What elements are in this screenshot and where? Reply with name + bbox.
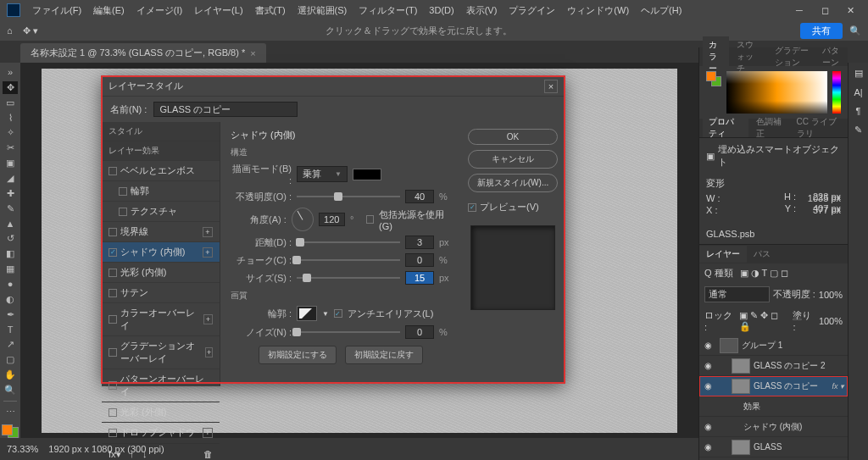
eyedrop-tool[interactable]: ◢ (3, 172, 18, 185)
layer-row[interactable]: ◉GLASS (699, 437, 848, 457)
style-checkbox[interactable] (108, 429, 117, 437)
distance-slider[interactable] (297, 237, 400, 247)
style-checkbox[interactable] (119, 208, 127, 216)
blur-tool[interactable]: ● (3, 278, 18, 291)
add-style-icon[interactable]: + (203, 247, 213, 258)
wand-tool[interactable]: ✧ (3, 126, 18, 139)
menu-layer[interactable]: レイヤー(L) (189, 3, 248, 19)
size-slider[interactable] (297, 273, 400, 283)
add-style-icon[interactable]: + (205, 347, 213, 357)
opacity-field[interactable]: 40 (405, 190, 434, 203)
ok-button[interactable]: OK (468, 129, 558, 145)
style-item[interactable]: グラデーションオーバーレイ+ (102, 336, 220, 369)
dialog-titlebar[interactable]: レイヤースタイル × (102, 76, 565, 97)
style-item[interactable]: 光彩 (内側) (102, 263, 220, 283)
history-panel-icon[interactable]: ▤ (854, 68, 863, 79)
hand-tool[interactable]: ✋ (3, 369, 18, 381)
choke-slider[interactable] (297, 255, 400, 265)
char-panel-icon[interactable]: A| (854, 87, 862, 97)
opacity-val[interactable]: 100% (819, 290, 843, 300)
opacity-slider[interactable] (297, 191, 400, 202)
style-checkbox[interactable] (108, 289, 117, 297)
share-button[interactable]: 共有 (800, 23, 843, 39)
styles-header[interactable]: スタイル (102, 122, 220, 141)
layer-row[interactable]: ◉GLASS のコピー 2 (699, 356, 848, 376)
global-light-check[interactable] (366, 215, 374, 224)
layer-row[interactable]: 効果 (699, 396, 848, 417)
style-checkbox[interactable] (108, 381, 117, 390)
style-checkbox[interactable] (108, 408, 117, 417)
window-minimize[interactable]: ─ (788, 3, 810, 18)
style-item[interactable]: サテン (102, 283, 220, 303)
trash-icon[interactable]: 🗑 (203, 449, 213, 460)
style-item[interactable]: 光彩 (外側) (102, 402, 220, 423)
menu-plugin[interactable]: プラグイン (504, 3, 560, 19)
cancel-button[interactable]: キャンセル (468, 150, 558, 169)
fx-header[interactable]: レイヤー効果 (102, 141, 220, 161)
choke-field[interactable]: 0 (405, 253, 434, 267)
style-item[interactable]: ドロップシャドウ+ (102, 423, 220, 443)
layer-filter[interactable]: Q 種類 (704, 267, 733, 280)
style-checkbox[interactable] (108, 315, 117, 324)
crop-tool[interactable]: ✂ (3, 141, 18, 154)
document-tab[interactable]: 名称未設定 1 @ 73.3% (GLASS のコピー, RGB/8) * × (20, 43, 266, 63)
brush-tool[interactable]: ✎ (3, 202, 18, 215)
fx-menu-icon[interactable]: fx▾ (108, 449, 121, 460)
style-checkbox[interactable] (108, 248, 117, 257)
blend-dropdown[interactable]: 乗算▼ (297, 166, 348, 182)
pen-tool[interactable]: ✒ (3, 308, 18, 321)
hue-strip[interactable] (832, 71, 841, 114)
shadow-color[interactable] (353, 169, 381, 180)
window-restore[interactable]: ◻ (814, 3, 836, 18)
add-style-icon[interactable]: + (203, 314, 213, 324)
style-item[interactable]: パターンオーバーレイ (102, 369, 220, 402)
preview-check[interactable] (468, 203, 476, 212)
heal-tool[interactable]: ✚ (3, 187, 18, 200)
style-checkbox[interactable] (108, 167, 117, 175)
marquee-tool[interactable]: ▭ (3, 97, 18, 109)
style-item[interactable]: カラーオーバーレイ+ (102, 303, 220, 336)
style-item[interactable]: シャドウ (内側)+ (102, 242, 220, 263)
fx-up-icon[interactable]: ↑ (130, 449, 135, 460)
status-zoom[interactable]: 73.33% (7, 444, 38, 454)
new-style-button[interactable]: 新規スタイル(W)... (468, 174, 558, 192)
layer-row[interactable]: ◉シャドウ (内側) (699, 417, 848, 437)
layer-row[interactable]: ◉GLASS のコピーfx ▾ (699, 376, 848, 396)
noise-field[interactable]: 0 (405, 325, 434, 339)
menu-view[interactable]: 表示(V) (461, 3, 503, 19)
stamp-tool[interactable]: ▲ (3, 218, 18, 230)
menu-edit[interactable]: 編集(E) (88, 3, 130, 19)
fx-down-icon[interactable]: ↓ (142, 449, 147, 460)
visibility-icon[interactable]: ◉ (703, 341, 713, 350)
distance-field[interactable]: 3 (405, 236, 434, 249)
style-item[interactable]: ベベルとエンボス (102, 161, 220, 181)
reset-default-button[interactable]: 初期設定に戻す (345, 346, 423, 364)
collapse-icon[interactable]: » (3, 66, 18, 79)
visibility-icon[interactable]: ◉ (703, 361, 713, 370)
menu-3d[interactable]: 3D(D) (424, 3, 459, 17)
menu-image[interactable]: イメージ(I) (131, 3, 187, 19)
angle-field[interactable]: 120 (319, 213, 345, 226)
angle-dial[interactable] (292, 208, 314, 231)
para-panel-icon[interactable]: ¶ (856, 106, 861, 116)
lasso-tool[interactable]: ⌇ (3, 112, 18, 125)
home-icon[interactable]: ⌂ (7, 25, 13, 36)
tab-layers[interactable]: レイヤー (699, 246, 747, 263)
fill-val[interactable]: 100% (819, 316, 843, 326)
menu-type[interactable]: 書式(T) (250, 3, 291, 19)
search-icon[interactable]: 🔍 (849, 25, 861, 36)
type-tool[interactable]: T (3, 324, 18, 336)
style-item[interactable]: 輪郭 (102, 181, 220, 202)
tab-paths[interactable]: パス (747, 246, 777, 263)
visibility-icon[interactable]: ◉ (703, 422, 713, 431)
style-item[interactable]: テクスチャ (102, 202, 220, 222)
dialog-close-icon[interactable]: × (544, 80, 558, 93)
path-tool[interactable]: ↗ (3, 338, 18, 351)
size-field[interactable]: 15 (405, 271, 434, 285)
layer-row[interactable]: ◉グループ 1 (699, 335, 848, 356)
mini-swatch[interactable] (706, 71, 721, 86)
make-default-button[interactable]: 初期設定にする (259, 346, 337, 364)
shape-tool[interactable]: ▢ (3, 353, 18, 366)
name-input[interactable] (153, 102, 298, 117)
visibility-icon[interactable]: ◉ (703, 442, 713, 452)
